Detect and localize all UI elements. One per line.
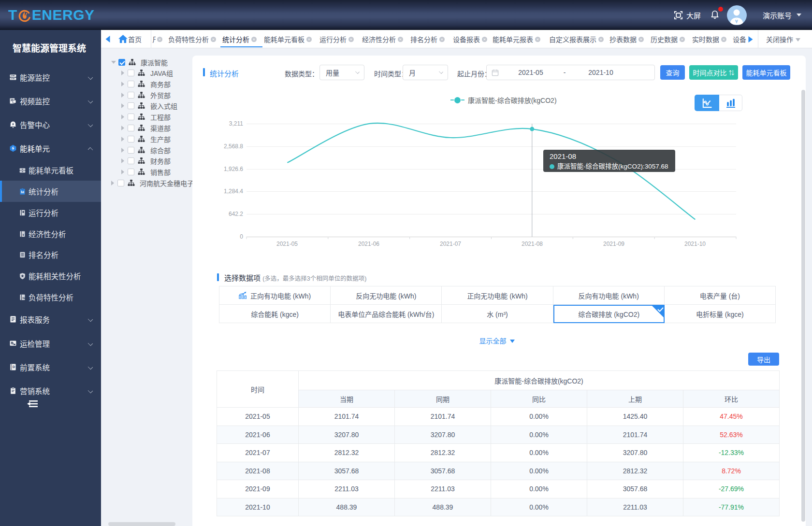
svg-text:D: D	[13, 365, 15, 369]
svg-text:№: №	[23, 296, 26, 299]
